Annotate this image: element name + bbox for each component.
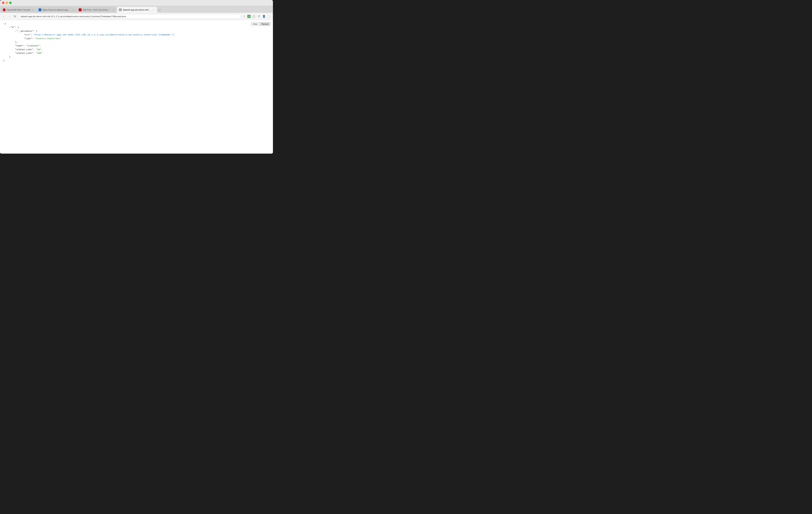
json-line-5: }, [9,40,270,44]
toolbar: ‹ › ↻ datavirt-app-jdv-demo.rhel-cdk.10.… [0,13,273,20]
refresh-icon: ↻ [14,15,16,18]
collapse-arrow-2[interactable]: ▾ [15,30,16,33]
tab-label-edit-post: Edit Post ‹ Red Hat Developer... [83,8,111,11]
tab-favicon-openshift [3,8,6,11]
tab-close-openshift[interactable]: × [32,8,34,11]
tab-favicon-datavirt-demo [119,8,122,11]
tab-bar: OpenShift Web Console × https://secure-d… [0,6,273,13]
account-button[interactable]: 👤 [262,14,266,19]
traffic-lights [2,2,11,4]
toolbar-actions: ☆ ● ⬜ ↺ 👤 ⋮ [242,14,271,19]
tab-close-datavirt-demo[interactable]: × [152,8,155,11]
json-line-10: } [3,59,270,62]
json-line-8: "alpha3_code": "ZWE" [9,51,270,55]
tab-label-datavirt-demo: datavirt-app-jdv-demo.rhel-c... [123,8,151,11]
close-button[interactable] [2,2,4,4]
tab-favicon-edit-post [79,8,82,11]
content-area: Raw Parsed ▾{ ▾"d": { ▾"__metadata": { "… [0,20,273,154]
tab-datavirt-demo[interactable]: datavirt-app-jdv-demo.rhel-c... × [117,7,157,13]
collapse-arrow-1[interactable]: ▾ [9,26,10,29]
extension-green-button[interactable]: ● [248,15,251,18]
raw-button[interactable]: Raw [251,22,259,26]
forward-button[interactable]: › [7,14,11,19]
tab-edit-post[interactable]: Edit Post ‹ Red Hat Developer... × [77,7,117,13]
json-line-0: ▾{ [3,22,270,26]
camera-icon: ⬜ [252,15,255,18]
browser-window: OpenShift Web Console × https://secure-d… [0,0,273,154]
tab-secure-datavirt[interactable]: https://secure-datavirt-app-jd... × [36,7,77,13]
refresh-button[interactable]: ↻ [13,14,17,19]
star-icon: ☆ [243,15,245,18]
parsed-button[interactable]: Parsed [259,22,270,26]
json-line-9: } [6,55,270,59]
tab-label-openshift: OpenShift Web Console [7,8,30,11]
extension-green-icon: ● [249,16,249,18]
json-line-2: ▾"__metadata": { [9,29,270,33]
tab-label-secure-datavirt: https://secure-datavirt-app-jd... [42,8,70,11]
json-line-6: "name": "Zimbabwe", [9,44,270,48]
bookmark-button[interactable]: ☆ [242,14,246,19]
tab-openshift[interactable]: OpenShift Web Console × [1,7,36,13]
json-controls: Raw Parsed [251,22,270,26]
back-button[interactable]: ‹ [2,14,6,19]
tab-close-edit-post[interactable]: × [112,8,115,11]
maximize-button[interactable] [9,2,11,4]
address-bar[interactable]: datavirt-app-jdv-demo.rhel-cdk.10.1.2.2.… [19,14,241,19]
url-text: datavirt-app-jdv-demo.rhel-cdk.10.1.2.2.… [21,15,239,18]
title-bar [0,0,273,6]
tab-close-secure-datavirt[interactable]: × [72,8,75,11]
collapse-arrow-0[interactable]: ▾ [3,23,4,25]
tab-favicon-secure-datavirt [38,8,41,11]
json-line-4: "type": "country.Countries" [13,37,270,40]
new-tab-button[interactable]: + [157,7,163,13]
json-content: ▾{ ▾"d": { ▾"__metadata": { "uri": "http… [0,20,273,64]
forward-icon: › [9,15,10,18]
screenshot-button[interactable]: ⬜ [251,14,256,19]
back-icon: ‹ [3,15,4,18]
menu-button[interactable]: ⋮ [267,14,271,19]
minimize-button[interactable] [6,2,8,4]
json-line-7: "alpha2_code": "ZW", [9,48,270,51]
menu-icon: ⋮ [268,15,270,18]
person-icon: 👤 [262,15,265,18]
reload-button[interactable]: ↺ [257,14,261,19]
json-line-1: ▾"d": { [6,26,270,29]
reload-icon: ↺ [258,15,260,18]
json-line-3: "uri": "http://datavirt-app-jdv-demo.rhe… [13,33,270,36]
